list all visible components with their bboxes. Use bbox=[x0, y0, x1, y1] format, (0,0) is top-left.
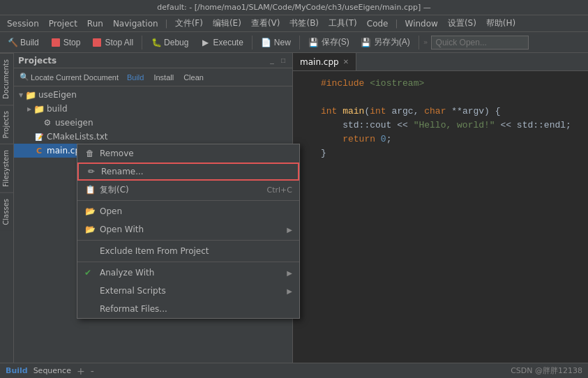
ctx-open-with[interactable]: 📂 Open With ▶ bbox=[77, 220, 299, 239]
code-line-5: return 0; bbox=[293, 133, 588, 146]
context-menu: 🗑 Remove ✏ Rename... 📋 复制(C) Ctrl+C bbox=[77, 144, 300, 319]
add-sequence-button[interactable]: + bbox=[77, 365, 85, 377]
editor-content[interactable]: #include <iostream> int main(int argc, c… bbox=[293, 71, 588, 363]
stop-all-label: Stop All bbox=[105, 38, 133, 47]
save-as-icon: 💾 bbox=[361, 37, 372, 48]
menu-tools[interactable]: 工具(T) bbox=[324, 16, 361, 31]
ctx-sep2 bbox=[77, 240, 299, 241]
tree-arrow-useeigen bbox=[33, 119, 42, 127]
tree-arrow-maincpp bbox=[25, 146, 33, 155]
locate-current-button[interactable]: 🔍 Locate Current Document bbox=[17, 72, 121, 82]
tree-label-build: build bbox=[47, 104, 68, 114]
menu-help[interactable]: 帮助(H) bbox=[482, 16, 520, 31]
save-button[interactable]: 💾 保存(S) bbox=[304, 35, 354, 50]
tree-label-useEigen: useEigen bbox=[38, 90, 77, 100]
remove-sequence-button[interactable]: - bbox=[91, 365, 94, 377]
sub-toolbar: 🔍 Locate Current Document Build Install … bbox=[14, 68, 292, 86]
tree-item-cmakelists[interactable]: 📝 CMakeLists.txt bbox=[14, 130, 292, 144]
menu-bookmark[interactable]: 书签(B) bbox=[285, 16, 323, 31]
ctx-reformat[interactable]: Reformat Files... bbox=[77, 300, 299, 318]
open-with-icon: 📂 bbox=[84, 224, 96, 235]
tab-clean[interactable]: Clean bbox=[179, 73, 208, 82]
tree-item-useEigen[interactable]: ▼ 📁 useEigen bbox=[14, 88, 292, 102]
ctx-open-with-label: Open With bbox=[100, 225, 144, 234]
menu-window[interactable]: Window bbox=[401, 17, 442, 30]
menu-navigation[interactable]: Navigation bbox=[109, 17, 163, 30]
debug-button[interactable]: 🐛 Debug bbox=[146, 36, 193, 50]
stop-button[interactable]: Stop bbox=[46, 36, 85, 50]
watermark: CSDN @胖胖12138 bbox=[511, 365, 582, 376]
menu-project[interactable]: Project bbox=[45, 17, 82, 30]
panel-controls: _ □ bbox=[267, 56, 288, 66]
title-bar: default: - [/home/mao1/SLAM/Code/MyCode/… bbox=[0, 0, 588, 15]
menu-run[interactable]: Run bbox=[83, 17, 107, 30]
panel-maximize-button[interactable]: □ bbox=[278, 56, 288, 66]
menu-code[interactable]: Code bbox=[363, 17, 393, 30]
sidebar-item-classes[interactable]: Classes bbox=[0, 192, 13, 231]
ctx-reformat-left: Reformat Files... bbox=[84, 303, 167, 315]
ctx-exclude[interactable]: Exclude Item From Project bbox=[77, 242, 299, 260]
folder-icon-useEigen: 📁 bbox=[25, 89, 36, 100]
exclude-icon bbox=[84, 245, 96, 257]
menu-session[interactable]: Session bbox=[3, 17, 43, 30]
panel-minimize-button[interactable]: _ bbox=[267, 56, 277, 66]
ctx-scripts-label: External Scripts bbox=[100, 286, 166, 296]
menu-file[interactable]: 文件(F) bbox=[171, 16, 207, 31]
tab-label-maincpp: main.cpp bbox=[300, 57, 339, 67]
ctx-open-label: Open bbox=[100, 206, 122, 216]
sidebar-item-documents[interactable]: Documents bbox=[0, 53, 13, 105]
build-icon: 🔨 bbox=[7, 37, 18, 48]
tree-arrow-useEigen: ▼ bbox=[17, 91, 25, 99]
code-line-4: std::cout << "Hello, world!" << std::end… bbox=[293, 119, 588, 133]
editor-area: main.cpp ✕ #include <iostream> int main(… bbox=[293, 53, 588, 363]
panel-title: Projects bbox=[18, 56, 56, 66]
ctx-analyze-arrow: ▶ bbox=[287, 269, 292, 277]
quick-open-input[interactable] bbox=[431, 36, 529, 50]
ctx-copy[interactable]: 📋 复制(C) Ctrl+C bbox=[77, 181, 299, 199]
new-label: New bbox=[274, 38, 291, 47]
ctx-analyze[interactable]: ✔ Analyze With ▶ bbox=[77, 264, 299, 282]
execute-icon: ▶ bbox=[199, 37, 211, 48]
ctx-exclude-left: Exclude Item From Project bbox=[84, 245, 209, 257]
cmake-icon: 📝 bbox=[33, 131, 45, 142]
stop-all-button[interactable]: Stop All bbox=[87, 36, 137, 50]
ctx-scripts-arrow: ▶ bbox=[287, 287, 292, 295]
tab-install[interactable]: Install bbox=[149, 73, 178, 82]
new-button[interactable]: 📄 New bbox=[257, 36, 295, 50]
debug-icon: 🐛 bbox=[151, 37, 162, 48]
tab-close-maincpp[interactable]: ✕ bbox=[343, 58, 349, 66]
ctx-copy-left: 📋 复制(C) bbox=[84, 184, 129, 196]
rename-icon: ✏ bbox=[86, 166, 97, 177]
toolbar-sep3 bbox=[299, 36, 300, 50]
build-label: Build bbox=[20, 38, 39, 47]
tree-item-build[interactable]: ▶ 📁 build bbox=[14, 102, 292, 116]
ctx-rename[interactable]: ✏ Rename... bbox=[77, 162, 299, 181]
ctx-analyze-left: ✔ Analyze With bbox=[84, 268, 154, 278]
sidebar-item-projects[interactable]: Projects bbox=[0, 105, 13, 144]
save-label: 保存(S) bbox=[322, 36, 349, 48]
execute-button[interactable]: ▶ Execute bbox=[195, 36, 247, 50]
menu-settings[interactable]: 设置(S) bbox=[444, 16, 481, 31]
ctx-open-with-arrow: ▶ bbox=[287, 226, 292, 234]
tree-label-cmake: CMakeLists.txt bbox=[47, 132, 108, 142]
toolbar-more[interactable]: » bbox=[423, 38, 428, 47]
menu-edit[interactable]: 编辑(E) bbox=[209, 16, 246, 31]
tree-item-useeigen[interactable]: ⚙ useeigen bbox=[14, 116, 292, 130]
sidebar-item-filesystem[interactable]: Filesystem bbox=[0, 144, 13, 192]
ctx-open[interactable]: 📂 Open bbox=[77, 202, 299, 220]
copy-icon: 📋 bbox=[84, 184, 96, 195]
ctx-copy-label: 复制(C) bbox=[100, 184, 129, 196]
tab-build[interactable]: Build bbox=[123, 73, 148, 82]
tab-maincpp[interactable]: main.cpp ✕ bbox=[293, 53, 356, 70]
build-button[interactable]: 🔨 Build bbox=[3, 36, 43, 50]
ctx-remove[interactable]: 🗑 Remove bbox=[77, 144, 299, 162]
folder-icon-build: 📁 bbox=[33, 103, 45, 114]
ctx-rename-left: ✏ Rename... bbox=[86, 166, 144, 177]
ctx-external-scripts[interactable]: External Scripts ▶ bbox=[77, 282, 299, 300]
toolbar-sep2 bbox=[252, 36, 252, 50]
menu-view[interactable]: 查看(V) bbox=[247, 16, 285, 31]
ctx-open-with-left: 📂 Open With bbox=[84, 224, 144, 235]
save-as-button[interactable]: 💾 另存为(A) bbox=[356, 35, 414, 50]
stop-icon bbox=[50, 37, 61, 48]
code-text-2 bbox=[321, 91, 326, 105]
